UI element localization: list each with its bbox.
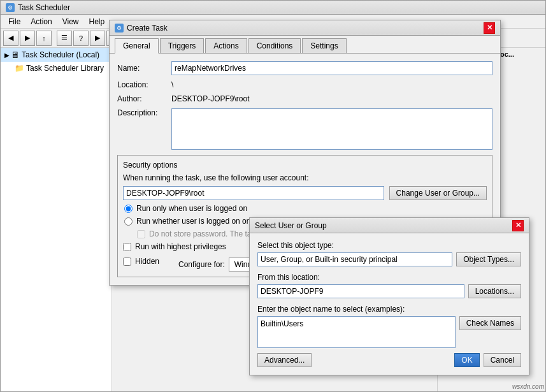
checkbox-hidden[interactable]	[123, 258, 131, 266]
menu-action[interactable]: Action	[25, 16, 57, 27]
toolbar-back[interactable]: ◀	[3, 31, 18, 46]
sidebar-item-task-scheduler-local[interactable]: ▶ 🖥 Task Scheduler (Local)	[1, 48, 111, 62]
sidebar-item-task-scheduler-label: Task Scheduler (Local)	[22, 50, 99, 59]
tab-triggers[interactable]: Triggers	[160, 38, 205, 53]
checkbox-store-label: Do not store password. The task...	[149, 229, 266, 238]
select-user-title-bar: Select User or Group ✕	[250, 218, 529, 233]
security-account-row: Change User or Group...	[123, 186, 487, 200]
create-task-title: Create Task	[127, 24, 168, 33]
toolbar-forward[interactable]: ▶	[20, 31, 35, 46]
radio-logged-on-row: Run only when user is logged on	[123, 204, 487, 213]
tab-actions[interactable]: Actions	[205, 38, 247, 53]
check-names-btn[interactable]: Check Names	[459, 316, 521, 330]
object-type-input[interactable]	[257, 252, 452, 266]
expand-arrow: ▶	[4, 52, 10, 59]
name-row: Name:	[117, 61, 492, 75]
title-bar: ⚙ Task Scheduler	[1, 1, 545, 15]
radio-whether-logged-label: Run whether user is logged on or no...	[136, 217, 266, 226]
cancel-btn[interactable]: Cancel	[484, 353, 521, 367]
sidebar-item-library[interactable]: 📁 Task Scheduler Library	[1, 62, 111, 75]
location-row: Locations...	[257, 284, 521, 298]
toolbar-run[interactable]: ▶	[90, 31, 105, 46]
app-icon: ⚙	[6, 3, 15, 12]
create-task-icon: ⚙	[115, 24, 124, 33]
toolbar-show-hide[interactable]: ☰	[57, 31, 72, 46]
radio-logged-on[interactable]	[124, 205, 133, 213]
location-value: \	[171, 80, 173, 89]
location-input[interactable]	[257, 284, 464, 298]
checkbox-highest[interactable]	[123, 243, 131, 251]
create-task-close[interactable]: ✕	[484, 22, 495, 34]
author-label: Author:	[117, 94, 171, 103]
author-value: DESKTOP-JOPF9\root	[171, 94, 249, 103]
checkbox-store[interactable]	[137, 230, 145, 238]
description-row: Description:	[117, 108, 492, 150]
watermark: wsxdn.com	[512, 383, 544, 390]
locations-btn[interactable]: Locations...	[468, 284, 521, 298]
sidebar-item-library-label: Task Scheduler Library	[26, 64, 104, 73]
tab-general[interactable]: General	[115, 38, 159, 54]
app-title: Task Scheduler	[18, 3, 70, 12]
select-user-dialog: Select User or Group ✕ Select this objec…	[249, 217, 529, 375]
checkbox-highest-label: Run with highest privileges	[135, 242, 226, 251]
object-types-btn[interactable]: Object Types...	[456, 252, 521, 266]
tab-settings[interactable]: Settings	[302, 38, 346, 53]
footer-right: OK Cancel	[454, 353, 521, 367]
description-label: Description:	[117, 108, 171, 117]
radio-logged-on-label: Run only when user is logged on	[136, 204, 247, 213]
ok-btn[interactable]: OK	[454, 353, 479, 367]
menu-help[interactable]: Help	[84, 16, 110, 27]
create-task-title-bar: ⚙ Create Task ✕	[110, 20, 500, 36]
menu-view[interactable]: View	[57, 16, 84, 27]
select-user-close[interactable]: ✕	[512, 220, 524, 231]
select-user-footer: Advanced... OK Cancel	[257, 353, 521, 367]
toolbar-up[interactable]: ↑	[36, 31, 52, 46]
radio-whether-logged[interactable]	[124, 217, 133, 226]
change-user-btn[interactable]: Change User or Group...	[389, 186, 487, 200]
object-name-textarea[interactable]: Builtin\Users	[257, 316, 456, 348]
security-account-input[interactable]	[123, 186, 384, 200]
object-name-label-text: Enter the object name to select (example…	[257, 305, 405, 314]
create-task-tabs: General Triggers Actions Conditions Sett…	[110, 36, 500, 54]
select-user-content: Select this object type: Object Types...…	[250, 233, 529, 375]
main-window: ⚙ Task Scheduler File Action View Help ◀…	[0, 0, 546, 392]
select-user-title: Select User or Group	[255, 221, 327, 230]
object-name-row: Builtin\Users Check Names	[257, 316, 521, 348]
object-type-row: Object Types...	[257, 252, 521, 266]
security-prompt: When running the task, use the following…	[123, 173, 487, 182]
checkbox-hidden-row: Hidden	[123, 257, 159, 266]
name-input[interactable]	[171, 61, 492, 75]
configure-label: Configure for:	[178, 260, 225, 269]
sidebar-item-task-scheduler-icon: 🖥	[11, 50, 20, 60]
name-label: Name:	[117, 64, 171, 73]
author-row: Author: DESKTOP-JOPF9\root	[117, 94, 492, 103]
toolbar-help[interactable]: ?	[73, 31, 89, 46]
tab-conditions[interactable]: Conditions	[248, 38, 301, 53]
checkbox-hidden-label: Hidden	[135, 257, 159, 266]
location-label: Location:	[117, 80, 171, 89]
object-name-label: Enter the object name to select (example…	[257, 305, 521, 314]
sidebar: ▶ 🖥 Task Scheduler (Local) 📁 Task Schedu…	[1, 48, 112, 391]
location-row: Location: \	[117, 80, 492, 89]
object-type-label: Select this object type:	[257, 241, 521, 250]
location-label: From this location:	[257, 273, 521, 282]
sidebar-item-library-icon: 📁	[15, 64, 24, 73]
advanced-btn[interactable]: Advanced...	[257, 353, 312, 367]
menu-file[interactable]: File	[3, 16, 25, 27]
security-legend: Security options	[123, 161, 487, 170]
description-input[interactable]	[171, 108, 492, 150]
